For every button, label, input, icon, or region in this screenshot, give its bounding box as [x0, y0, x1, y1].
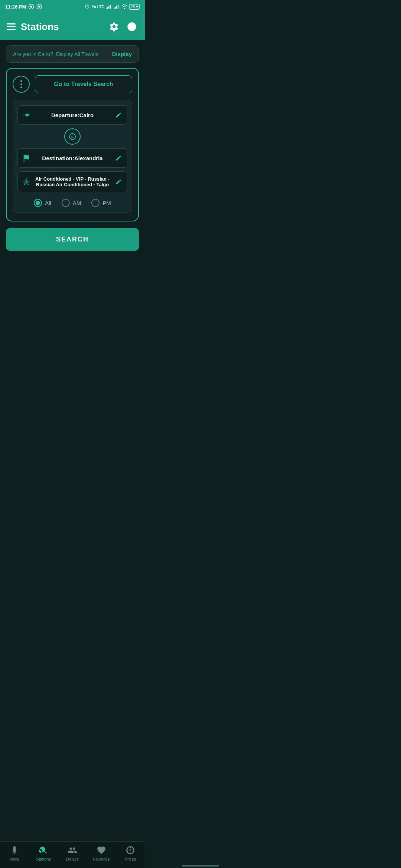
status-time: 11:26 PM — [5, 4, 42, 10]
radio-am[interactable]: AM — [62, 199, 81, 207]
display-button[interactable]: Display — [112, 51, 132, 57]
page-title: Stations — [21, 21, 59, 33]
location-banner: Are you in Cairo?, Display All Travels D… — [6, 45, 139, 63]
svg-rect-7 — [110, 5, 111, 9]
departure-field[interactable]: Departure:Cairo — [17, 105, 127, 125]
app-header: Stations — [0, 13, 145, 40]
flag-icon — [22, 154, 30, 162]
svg-point-1 — [30, 6, 32, 7]
swap-button[interactable] — [17, 128, 127, 145]
svg-rect-6 — [108, 6, 109, 9]
svg-rect-4 — [106, 7, 107, 9]
battery-indicator: 28 — [129, 4, 140, 10]
svg-rect-13 — [23, 115, 24, 115]
charging-icon — [135, 5, 138, 9]
alarm-icon — [85, 4, 90, 9]
radio-all-circle — [34, 199, 42, 207]
fields-container: Departure:Cairo Destination:Alexa — [13, 100, 132, 213]
star-icon — [22, 178, 30, 186]
radio-am-label: AM — [73, 200, 81, 206]
destination-edit-button[interactable] — [114, 153, 123, 163]
theme-icon — [127, 22, 137, 32]
svg-rect-8 — [114, 7, 114, 9]
svg-rect-10 — [116, 6, 117, 9]
swap-circle-icon — [64, 128, 81, 145]
destination-icon — [22, 153, 31, 163]
header-actions — [108, 20, 138, 33]
svg-point-3 — [39, 6, 40, 7]
menu-button[interactable] — [7, 23, 16, 30]
departure-edit-button[interactable] — [114, 110, 123, 120]
train-types-text: Air Conditioned - VIP - Russian - Russia… — [35, 176, 110, 187]
media-icon — [28, 4, 34, 10]
radio-all-label: All — [45, 200, 51, 206]
svg-rect-11 — [118, 5, 118, 9]
train-types-icon — [22, 177, 31, 187]
signal-icon-2 — [114, 4, 120, 9]
status-bar: 11:26 PM Yo LTE 28 — [0, 0, 145, 13]
signal-icon-1 — [106, 4, 112, 9]
edit-icon-dest — [115, 155, 122, 161]
options-button[interactable] — [13, 76, 30, 93]
theme-toggle-button[interactable] — [125, 20, 138, 33]
radio-pm-circle — [91, 199, 100, 207]
go-to-travels-search-button[interactable]: Go to Travels Search — [35, 75, 132, 93]
go-travels-row: Go to Travels Search — [13, 75, 132, 93]
svg-rect-9 — [115, 7, 115, 9]
radio-all[interactable]: All — [34, 199, 51, 207]
radio-pm-label: PM — [102, 200, 111, 206]
edit-icon — [115, 112, 122, 118]
departure-arrow-icon — [22, 111, 30, 119]
status-icons: Yo LTE 28 — [85, 4, 140, 10]
search-button[interactable]: SEARCH — [6, 228, 139, 251]
location-banner-text: Are you in Cairo?, Display All Travels — [13, 51, 98, 57]
radio-am-circle — [62, 199, 70, 207]
departure-icon — [22, 110, 31, 120]
radio-all-inner — [36, 201, 40, 205]
radio-pm[interactable]: PM — [91, 199, 111, 207]
edit-icon-train — [115, 178, 122, 185]
svg-marker-12 — [136, 5, 138, 9]
time-filter-group: All AM PM — [17, 199, 127, 207]
train-types-edit-button[interactable] — [114, 177, 123, 187]
settings-button[interactable] — [108, 20, 120, 33]
three-dots-icon — [20, 80, 22, 88]
departure-text: Departure:Cairo — [35, 112, 110, 118]
train-types-field[interactable]: Air Conditioned - VIP - Russian - Russia… — [17, 171, 127, 192]
search-card: Go to Travels Search Departure:Cairo — [6, 68, 139, 221]
wifi-icon — [121, 4, 127, 9]
destination-text: Destination:Alexandria — [35, 155, 110, 161]
gear-icon — [109, 22, 119, 32]
destination-field[interactable]: Destination:Alexandria — [17, 148, 127, 168]
media-icon-2 — [36, 4, 42, 10]
swap-arrows-icon — [68, 132, 76, 141]
svg-rect-5 — [107, 7, 108, 9]
